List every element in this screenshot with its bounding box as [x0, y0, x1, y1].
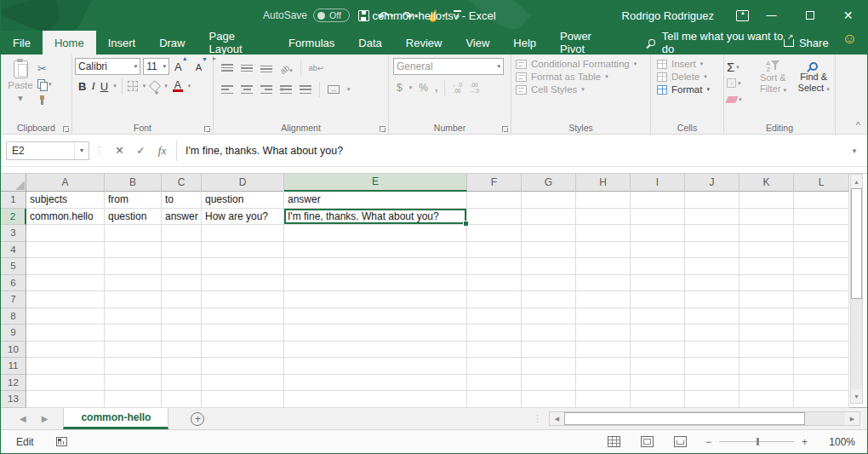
row-header-2[interactable]: 2: [1, 209, 26, 226]
collapse-ribbon-button[interactable]: ^: [856, 120, 860, 130]
cell-B6[interactable]: [105, 275, 162, 292]
find-select-button[interactable]: Find & Select ▾: [795, 58, 832, 121]
cell-H4[interactable]: [576, 242, 631, 259]
cell-F7[interactable]: [467, 291, 522, 308]
row-header-9[interactable]: 9: [1, 325, 26, 342]
page-break-preview-button[interactable]: [674, 436, 687, 447]
maximize-button[interactable]: [791, 0, 829, 31]
zoom-slider-handle[interactable]: [757, 438, 759, 445]
cell-H1[interactable]: [576, 192, 631, 209]
cell-C10[interactable]: [162, 342, 202, 359]
cell-C6[interactable]: [162, 275, 202, 292]
tab-help[interactable]: Help: [501, 31, 548, 55]
cell-J5[interactable]: [685, 258, 740, 275]
column-header-C[interactable]: C: [162, 174, 202, 192]
cell-I10[interactable]: [631, 342, 685, 359]
number-format-select[interactable]: General▾: [393, 58, 504, 75]
cell-F11[interactable]: [467, 358, 522, 375]
cell-B5[interactable]: [105, 258, 162, 275]
cell-A6[interactable]: [26, 275, 105, 292]
cell-A2[interactable]: common.hello: [26, 209, 105, 226]
zoom-out-button[interactable]: −: [705, 436, 711, 448]
close-button[interactable]: ✕: [829, 0, 867, 31]
cell-I13[interactable]: [631, 391, 685, 408]
column-header-H[interactable]: H: [576, 174, 631, 192]
undo-button[interactable]: ↶▾: [378, 9, 394, 22]
chevron-down-icon[interactable]: ▾: [442, 9, 445, 22]
cell-H2[interactable]: [576, 209, 631, 226]
tab-draw[interactable]: Draw: [147, 31, 197, 55]
cancel-button[interactable]: ✕: [109, 144, 130, 157]
column-header-K[interactable]: K: [740, 174, 794, 192]
cell-F13[interactable]: [467, 391, 522, 408]
align-center-button[interactable]: [241, 85, 253, 94]
save-button[interactable]: [358, 10, 369, 21]
row-header-3[interactable]: 3: [1, 225, 26, 242]
align-right-button[interactable]: [260, 85, 272, 94]
font-dialog-launcher[interactable]: [204, 126, 210, 132]
cell-H9[interactable]: [576, 325, 631, 342]
cell-A1[interactable]: subjects: [26, 192, 105, 209]
cell-G9[interactable]: [522, 325, 576, 342]
row-header-10[interactable]: 10: [1, 342, 26, 359]
cell-C12[interactable]: [162, 375, 202, 392]
cell-A4[interactable]: [26, 242, 105, 259]
row-header-6[interactable]: 6: [1, 275, 26, 292]
row-header-11[interactable]: 11: [1, 358, 26, 375]
cell-L12[interactable]: [794, 375, 849, 392]
redo-button[interactable]: ↷▾: [402, 9, 418, 22]
cell-D7[interactable]: [202, 291, 284, 308]
cell-B4[interactable]: [105, 242, 162, 259]
feedback-smiley-icon[interactable]: ☺: [842, 31, 857, 55]
alignment-dialog-launcher[interactable]: [380, 126, 385, 132]
tab-data[interactable]: Data: [346, 31, 393, 55]
cell-L7[interactable]: [794, 291, 849, 308]
name-box-dropdown[interactable]: ▾: [74, 142, 89, 159]
tell-me-search[interactable]: Tell me what you want to do: [648, 31, 784, 55]
wrap-text-button[interactable]: ab↩: [309, 64, 324, 72]
chevron-down-icon[interactable]: ▾: [164, 83, 168, 89]
accounting-format-button[interactable]: $: [397, 82, 403, 94]
cell-F3[interactable]: [467, 225, 522, 242]
cell-I3[interactable]: [631, 225, 685, 242]
italic-button[interactable]: I: [91, 79, 94, 93]
column-header-A[interactable]: A: [26, 174, 105, 192]
cell-H8[interactable]: [576, 308, 631, 325]
cell-H3[interactable]: [576, 225, 631, 242]
cell-I11[interactable]: [631, 358, 685, 375]
cell-styles-button[interactable]: Cell Styles▾: [514, 84, 648, 95]
autosum-button[interactable]: Σ▾: [727, 60, 751, 73]
tab-file[interactable]: File: [1, 31, 43, 55]
number-dialog-launcher[interactable]: [502, 126, 508, 132]
minimize-button[interactable]: —: [752, 0, 791, 31]
column-header-E[interactable]: E: [284, 174, 467, 192]
comma-style-button[interactable]: ,: [435, 82, 437, 94]
row-header-13[interactable]: 13: [1, 391, 26, 408]
column-header-J[interactable]: J: [685, 174, 740, 192]
next-sheet-button[interactable]: ▶: [42, 414, 49, 423]
account-name[interactable]: Rodrigo Rodriguez: [622, 9, 714, 22]
cell-I12[interactable]: [631, 375, 685, 392]
row-header-7[interactable]: 7: [1, 291, 26, 308]
cell-G12[interactable]: [522, 375, 576, 392]
row-header-1[interactable]: 1: [1, 192, 26, 209]
insert-cells-button[interactable]: Insert▾: [654, 59, 721, 69]
row-header-5[interactable]: 5: [1, 258, 26, 275]
cell-L10[interactable]: [794, 342, 849, 359]
cell-E5[interactable]: [284, 258, 467, 275]
page-layout-view-button[interactable]: [641, 436, 654, 447]
cell-H5[interactable]: [576, 258, 631, 275]
enter-button[interactable]: ✓: [130, 144, 151, 157]
cell-B8[interactable]: [105, 308, 162, 325]
insert-function-button[interactable]: fx: [151, 144, 173, 158]
touch-mouse-mode-button[interactable]: ☝▾: [426, 9, 445, 22]
font-size-select[interactable]: 11▾: [143, 58, 169, 75]
cell-H10[interactable]: [576, 342, 631, 359]
cell-G5[interactable]: [522, 258, 576, 275]
clipboard-dialog-launcher[interactable]: [63, 126, 69, 132]
cell-A5[interactable]: [26, 258, 105, 275]
orientation-button[interactable]: ab▾: [280, 60, 293, 76]
cell-B11[interactable]: [105, 358, 162, 375]
customize-qat-button[interactable]: ▾: [454, 10, 461, 20]
column-header-B[interactable]: B: [105, 174, 162, 192]
